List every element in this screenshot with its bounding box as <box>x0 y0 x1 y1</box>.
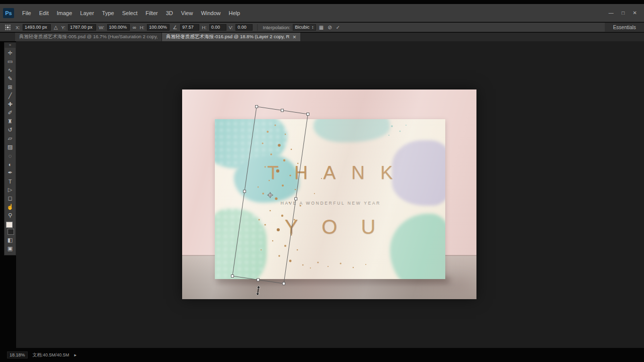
transform-handle-top-right[interactable] <box>307 113 309 116</box>
menu-edit[interactable]: Edit <box>35 5 53 22</box>
lasso-tool[interactable]: ∿ <box>5 66 16 74</box>
commit-transform-icon[interactable]: ✓ <box>335 25 341 30</box>
crop-tool[interactable]: ⊞ <box>5 83 16 92</box>
move-tool-icon: ✛ <box>8 50 12 56</box>
height-label: H: <box>139 25 145 30</box>
status-popup-arrow-icon[interactable]: ▸ <box>74 352 77 357</box>
minimize-button[interactable]: — <box>609 10 614 16</box>
menu-3d[interactable]: 3D <box>162 5 177 22</box>
foreground-color-swatch[interactable] <box>6 222 13 228</box>
workspace-label: Essentials <box>613 25 636 30</box>
interpolation-value: Bicubic <box>295 25 309 30</box>
photoshop-logo: Ps <box>3 8 14 18</box>
restore-button[interactable]: □ <box>622 10 625 16</box>
rotation-angle-field[interactable]: 97.57 <box>180 24 199 31</box>
quick-mask-icon: ◧ <box>8 237 13 243</box>
transform-handle-bottom-right[interactable] <box>283 283 285 285</box>
gradient-tool[interactable]: ▨ <box>5 143 16 151</box>
warp-mode-icon[interactable]: ▦ <box>318 25 325 30</box>
cancel-transform-icon[interactable]: ⊘ <box>327 25 333 30</box>
history-brush-tool-icon: ↺ <box>8 127 12 133</box>
width-label: W: <box>98 25 105 30</box>
type-tool[interactable]: T <box>5 177 16 186</box>
vskew-label: V: <box>228 25 234 30</box>
pen-tool-icon: ✒ <box>8 169 12 176</box>
transform-handle-top-mid[interactable] <box>281 109 284 112</box>
options-separator <box>257 24 258 31</box>
menu-layer[interactable]: Layer <box>76 5 98 22</box>
eyedropper-tool[interactable]: ╱ <box>5 92 16 100</box>
transform-handle-bottom-left[interactable] <box>231 275 234 278</box>
blur-tool[interactable]: ◌ <box>5 151 16 160</box>
height-scale-field[interactable]: 100.00% <box>147 24 170 31</box>
screen-mode-button[interactable]: ▣ <box>5 244 16 253</box>
menu-filter[interactable]: Filter <box>141 5 162 22</box>
transform-handle-left-mid[interactable] <box>244 190 246 193</box>
menu-select[interactable]: Select <box>118 5 142 22</box>
relative-position-icon[interactable]: △ <box>53 25 59 30</box>
menu-bar: Ps File Edit Image Layer Type Select Fil… <box>0 4 644 22</box>
rectangle-tool[interactable]: ◻ <box>5 194 16 203</box>
transform-options-bar: X: 1493.00 px △ Y: 1787.00 px W: 100.00%… <box>0 23 644 32</box>
y-label: Y: <box>61 25 66 30</box>
clone-stamp-tool-icon: ♜ <box>8 118 13 125</box>
healing-brush-tool-icon: ✚ <box>8 101 12 108</box>
rectangle-tool-icon: ◻ <box>8 195 12 202</box>
menu-file[interactable]: File <box>18 5 35 22</box>
path-selection-tool[interactable]: ▷ <box>5 186 16 194</box>
brush-tool-icon: ✐ <box>8 110 12 116</box>
hskew-field[interactable]: 0.00 <box>209 24 226 31</box>
x-position-field[interactable]: 1493.00 px <box>23 24 51 31</box>
main-area: » ✛ ▭ ∿ ✎ ⊞ ╱ ✚ ✐ ♜ ↺ ▱ ▨ ◌ ◐ ✒ T ▷ ◻ ☝ … <box>0 41 644 348</box>
pen-tool[interactable]: ✒ <box>5 168 16 177</box>
workspace-switcher[interactable]: Essentials <box>605 23 644 32</box>
quick-selection-tool-icon: ✎ <box>8 75 12 82</box>
menu-help[interactable]: Help <box>225 5 245 22</box>
spot-healing-brush-tool[interactable]: ✚ <box>5 100 16 109</box>
history-brush-tool[interactable]: ↺ <box>5 126 16 134</box>
interpolation-select[interactable]: Bicubic ↕ <box>293 24 316 31</box>
eraser-tool[interactable]: ▱ <box>5 134 16 143</box>
color-swatches <box>6 222 15 235</box>
menu-view[interactable]: View <box>177 5 197 22</box>
menu-image[interactable]: Image <box>53 5 76 22</box>
tools-panel: » ✛ ▭ ∿ ✎ ⊞ ╱ ✚ ✐ ♜ ↺ ▱ ▨ ◌ ◐ ✒ T ▷ ◻ ☝ … <box>4 42 16 255</box>
dropdown-arrows-icon: ↕ <box>311 25 314 30</box>
tools-collapse-icon[interactable]: » <box>5 43 16 48</box>
reference-point-locator[interactable] <box>5 25 11 30</box>
hand-tool[interactable]: ☝ <box>5 203 16 211</box>
tab-close-icon[interactable]: ✕ <box>292 35 296 40</box>
close-button[interactable]: ✕ <box>633 10 637 16</box>
link-dimensions-icon[interactable]: ∞ <box>132 25 137 30</box>
rectangular-marquee-tool[interactable]: ▭ <box>5 57 16 66</box>
canvas[interactable]: THANK HAVE A WONDERFUL NEW YEAR YOU <box>16 41 644 348</box>
move-tool[interactable]: ✛ <box>5 49 16 57</box>
hand-tool-icon: ☝ <box>7 204 14 210</box>
brush-tool[interactable]: ✐ <box>5 109 16 117</box>
type-tool-icon: T <box>9 178 12 185</box>
zoom-tool[interactable]: ⚲ <box>5 211 16 220</box>
quick-mask-button[interactable]: ◧ <box>5 236 16 244</box>
document-tab-active[interactable]: 典雅轻奢质感艺术海报-016.psd @ 18.8% (Layer 2 copy… <box>162 33 301 41</box>
transform-handle-top-left[interactable] <box>256 106 258 108</box>
zoom-level-field[interactable]: 18.18% <box>7 351 28 358</box>
vskew-field[interactable]: 0.00 <box>235 24 253 31</box>
transform-handle-right-mid[interactable] <box>295 198 297 200</box>
clone-stamp-tool[interactable]: ♜ <box>5 117 16 126</box>
y-position-field[interactable]: 1787.00 px <box>68 24 96 31</box>
quick-selection-tool[interactable]: ✎ <box>5 74 16 83</box>
document-tab-inactive[interactable]: 典雅轻奢质感艺术海报-005.psd @ 16.7% (Hue/Saturati… <box>15 33 162 41</box>
width-scale-field[interactable]: 100.00% <box>107 24 130 31</box>
status-bar: 18.18% 文档:40.5M/40.5M ▸ <box>0 348 644 362</box>
zoom-tool-icon: ⚲ <box>8 212 12 219</box>
path-selection-tool-icon: ▷ <box>8 187 12 193</box>
transform-reference-point[interactable] <box>267 192 273 198</box>
transform-handle-bottom-mid[interactable] <box>257 279 260 281</box>
dodge-tool[interactable]: ◐ <box>5 160 16 168</box>
menu-window[interactable]: Window <box>197 5 224 22</box>
background-color-swatch[interactable] <box>8 229 14 235</box>
menu-type[interactable]: Type <box>98 5 118 22</box>
eyedropper-tool-icon: ╱ <box>9 93 12 99</box>
document-size-info: 文档:40.5M/40.5M <box>33 352 69 358</box>
free-transform-overlay <box>16 41 644 348</box>
